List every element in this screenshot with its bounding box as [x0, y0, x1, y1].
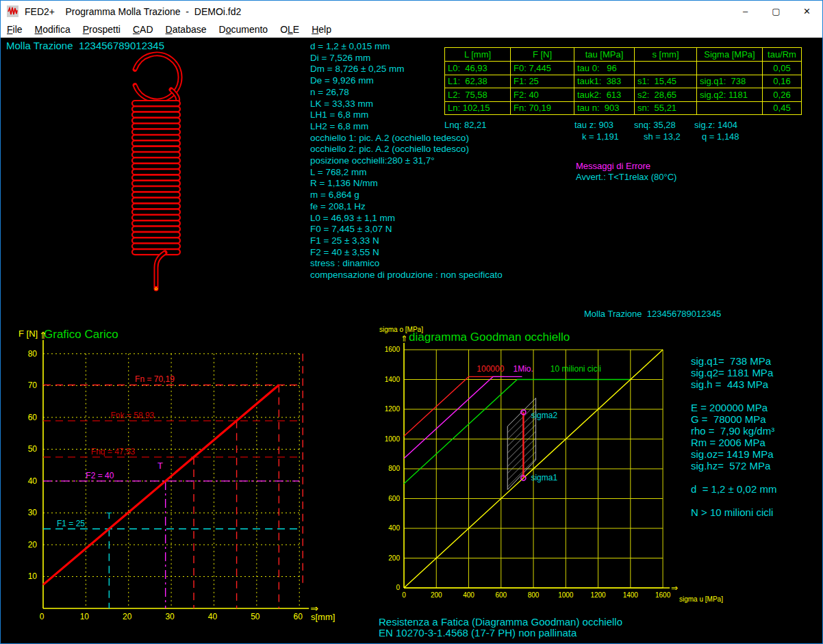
chart-label: 10	[80, 612, 90, 621]
app-spring-icon	[7, 5, 18, 17]
chart-label: 200	[431, 591, 442, 599]
chart-label: 800	[528, 591, 540, 599]
chart-label: 1200	[590, 591, 606, 599]
menu-item-database[interactable]: Database	[160, 22, 213, 38]
menu-item-file[interactable]: File	[1, 22, 29, 38]
minimize-button[interactable]: –	[730, 1, 761, 22]
chart-label: F1 = 25	[57, 519, 85, 528]
goodman-chart: ⇑⇒02004006008001000120014001600020040060…	[385, 334, 678, 599]
chart-label: 60	[294, 612, 303, 621]
chart-label: ⇑	[39, 330, 47, 341]
chart-label: 600	[495, 591, 507, 599]
chart-label: 1400	[623, 591, 639, 599]
load-chart: ⇑⇒10203040506070800102030405060Fn = 70,1…	[28, 330, 319, 621]
menu-item-prospetti[interactable]: Prospetti	[77, 22, 127, 38]
menu-item-ole[interactable]: OLE	[274, 22, 305, 38]
chart-label: 400	[463, 591, 474, 599]
chart-label: 10 milioni cicli	[550, 364, 601, 374]
chart-label: F2 = 40	[86, 471, 114, 480]
chart-label: 60	[28, 413, 38, 422]
chart-label: 1600	[655, 591, 671, 599]
chart-label: 1200	[385, 405, 401, 413]
chart-label: 20	[28, 540, 38, 550]
goodman-series	[404, 376, 505, 436]
chart-label: 30	[28, 508, 38, 517]
chart-label: 400	[388, 524, 400, 532]
chart-label: ⇒	[310, 603, 318, 614]
chart-label: Fnk = 58,93	[111, 411, 155, 420]
chart-label: 0	[40, 612, 45, 621]
menu-item-modifica[interactable]: Modifica	[29, 22, 77, 38]
chart-label: T	[157, 461, 163, 471]
chart-label: 10	[28, 571, 38, 581]
chart-label: 100000	[477, 364, 504, 374]
chart-label: 1000	[385, 435, 401, 443]
chart-label: 50	[28, 444, 38, 454]
title-bar: FED2+ Programma Molla Trazione - DEMOi.f…	[1, 1, 822, 22]
chart-label: ⇑	[401, 334, 407, 344]
menu-item-cad[interactable]: CAD	[127, 22, 160, 38]
chart-label: 0	[396, 584, 400, 591]
chart-label: Fnq = 47,53	[91, 447, 136, 456]
maximize-button[interactable]: ▢	[761, 1, 792, 22]
menu-item-documento[interactable]: Documento	[213, 22, 275, 38]
close-button[interactable]: ✕	[792, 1, 822, 22]
chart-label: 50	[251, 612, 260, 621]
spring-drawing	[132, 54, 180, 290]
goodman-series	[404, 376, 522, 458]
chart-label: T	[106, 511, 112, 521]
chart-label: 30	[165, 612, 175, 621]
app-window: FED2+ Programma Molla Trazione - DEMOi.f…	[0, 0, 823, 644]
chart-label: ⇒	[671, 583, 678, 593]
chart-label: Fn = 70,19	[135, 374, 175, 384]
client-area: Molla Trazione 123456789012345 d = 1,2 ±…	[1, 38, 822, 641]
chart-label: 0	[402, 591, 406, 599]
chart-label: 1Mio.	[514, 364, 533, 374]
menu-item-help[interactable]: Help	[305, 22, 338, 38]
chart-label: 70	[28, 381, 38, 390]
chart-label: 80	[28, 349, 38, 359]
chart-label: 200	[388, 554, 400, 562]
chart-label: 800	[388, 465, 400, 472]
chart-label: 1400	[385, 376, 401, 383]
chart-label: 20	[123, 612, 132, 621]
charts-and-drawing: ⇑⇒10203040506070800102030405060Fn = 70,1…	[1, 38, 822, 641]
chart-label: 40	[28, 476, 38, 486]
chart-label: 1600	[385, 346, 401, 353]
menu-bar: FileModificaProspettiCADDatabaseDocument…	[1, 22, 822, 38]
window-title: FED2+ Programma Molla Trazione - DEMOi.f…	[25, 6, 241, 17]
chart-label: 1000	[558, 591, 574, 599]
chart-label: 40	[208, 612, 218, 621]
chart-label: 600	[388, 495, 400, 502]
chart-label: sigma2	[531, 411, 557, 420]
chart-label: sigma1	[531, 473, 557, 482]
